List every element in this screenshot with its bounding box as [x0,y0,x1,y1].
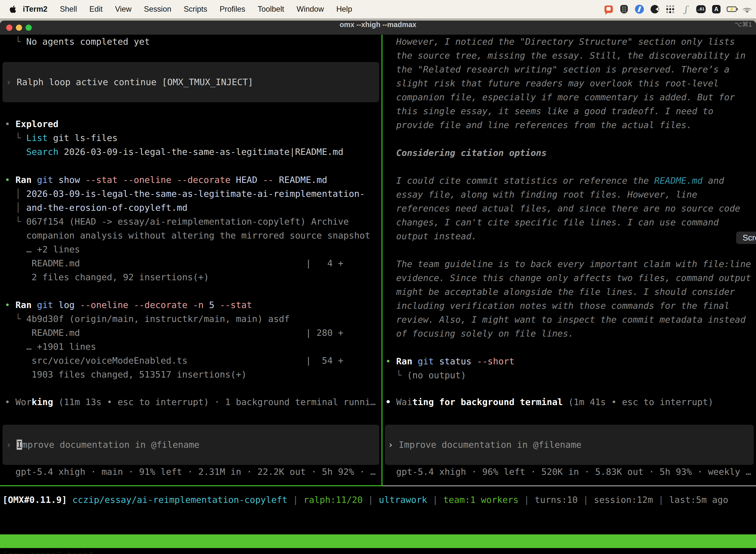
wifi-icon[interactable] [742,4,752,14]
iterm2-window: omx --xhigh --madmax ⌥⌘1 └ No agents com… [0,20,756,554]
git-log-stat-readme: README.md | 280 + [5,326,381,340]
title-bar[interactable]: omx --xhigh --madmax ⌥⌘1 [0,20,756,35]
omx-status-line: [OMX#0.11.9] cczip/essay/ai-reimplementa… [2,493,728,507]
menu-item-toolbelt[interactable]: Toolbelt [252,5,291,14]
right-agent-pane[interactable]: However, I noticed the "Directory Struct… [382,35,756,485]
left-agent-pane[interactable]: └ No agents completed yet › Ralph loop a… [0,35,381,485]
reasoning-para2-line5: output instead. [385,229,756,243]
tmux-session-window-label: [omx-cczip0:bash* [2,548,94,554]
reasoning-para2-line3: references need actual files, and since … [385,202,756,215]
reasoning-para1-line3: the "Related research writing" section i… [385,63,756,76]
git-show-more-lines: … +2 lines [5,242,381,257]
explored-list-line: └ List git ls-files [5,131,381,145]
screen-overlay-button[interactable]: Scre [736,232,756,244]
right-prompt-input[interactable]: › Improve documentation in @filename [385,425,754,465]
explored-search-line: Search 2026-03-09-is-legal-the-same-as-l… [5,145,381,159]
reasoning-para3-line4: including verification notes with those … [385,299,756,313]
ralph-loop-prompt: › Ralph loop active continue [OMX_TMUX_I… [6,75,379,89]
left-no-agents-line: └ No agents completed yet [5,35,381,49]
waiting-status-line: • Waiting for background terminal (1m 41… [385,395,756,409]
working-status-line: • Working (11m 13s • esc to interrupt) ·… [5,395,381,409]
reasoning-para1-line2: the source tree, missing the essay. Stil… [385,49,756,63]
battery-icon[interactable]: ⚡ [727,4,737,14]
reasoning-para3-line2: evidence. Since this change only affects… [385,271,756,285]
ran-git-show-command: • Ran git show --stat --oneline --decora… [5,173,381,187]
git-status-no-output: └ (no output) [385,368,756,382]
git-log-stat-summary: 1903 files changed, 513517 insertions(+) [5,368,381,382]
notch-circle-icon[interactable] [650,4,660,14]
window-shortcut-badge: ⌥⌘1 [735,20,752,28]
git-log-more-lines: … +1901 lines [5,340,381,354]
reasoning-para1-line5: companion file, especially if more comme… [385,90,756,104]
menu-item-help[interactable]: Help [330,5,359,14]
git-show-stat-summary: 2 files changed, 92 insertions(+) [5,270,381,284]
reasoning-para3-line5: review. Also, I might want to inspect th… [385,313,756,327]
apple-menu[interactable] [0,5,23,13]
menu-item-edit[interactable]: Edit [83,5,109,14]
ran-git-status-command: • Ran git status --short [385,354,756,368]
git-show-stat-readme: README.md | 4 + [5,257,381,270]
hook-icon[interactable]: ʃ [681,4,691,14]
reasoning-para1-line1: However, I noticed the "Directory Struct… [385,35,756,49]
git-log-stat-voice: src/voice/voiceModeEnabled.ts | 54 + [5,354,381,368]
reasoning-para2-line2: essay file, along with finding root file… [385,188,756,202]
ralph-loop-input-box[interactable]: › Ralph loop active continue [OMX_TMUX_I… [2,62,379,102]
git-log-output-commit: └ 4b9d30f (origin/main, instructkr/main,… [5,312,381,326]
menu-item-session[interactable]: Session [138,5,177,14]
reasoning-para1-line4: slight risk that future readers may over… [385,76,756,90]
menu-item-shell[interactable]: Shell [54,5,83,14]
bolt-circle-icon[interactable] [634,4,644,14]
omx-status-pane: [OMX#0.11.9] cczip/essay/ai-reimplementa… [0,486,756,535]
menu-items: iTerm2 Shell Edit View Session Scripts P… [0,5,359,14]
reasoning-para1-line6: this single essay, it seems like a good … [385,104,756,118]
git-show-output-commit: └ 067f154 (HEAD -> essay/ai-reimplementa… [5,215,381,229]
git-show-output-msg: companion analysis without altering the … [5,229,381,242]
right-model-status-line: gpt-5.4 xhigh · 96% left · 520K in · 5.8… [385,465,756,479]
text-replacement-a-icon[interactable]: A [711,4,721,14]
reasoning-para3-line6: of focusing solely on file lines. [385,327,756,340]
reasoning-para2-line4: changes, I can't cite specific file line… [385,215,756,229]
menu-bar: iTerm2 Shell Edit View Session Scripts P… [0,0,756,18]
menu-item-profiles[interactable]: Profiles [213,5,251,14]
reasoning-para2-line1: I could cite commit statistics or refere… [385,174,756,188]
menu-status-icons: ʃ ..61 A ⚡ [604,4,756,14]
shield-icon[interactable] [619,4,629,14]
menu-item-iterm2[interactable]: iTerm2 [23,5,54,14]
git-show-arg-line-2: │ and-the-erosion-of-copyleft.md [5,201,381,215]
ran-git-log-command: • Ran git log --oneline --decorate -n 5 … [5,298,381,312]
explored-header: • Explored [5,117,381,131]
menu-item-window[interactable]: Window [291,5,330,14]
dots-grid-icon[interactable] [665,4,675,14]
tmux-status-bar: [omx-cczip0:bash* "MacBook-Pro-44.local"… [0,535,756,548]
menu-item-view[interactable]: View [109,5,138,14]
left-model-status-line: gpt-5.4 xhigh · main · 91% left · 2.31M … [5,465,381,479]
reasoning-para3-line3: might be acceptable alongside the file l… [385,285,756,299]
menu-item-scripts[interactable]: Scripts [178,5,213,14]
reasoning-para3-line1: The team guideline is to back every impo… [385,257,756,271]
apple-icon [9,5,16,13]
chat-app-icon[interactable] [604,4,614,14]
battery-percent-badge-icon[interactable]: ..61 [696,4,706,14]
left-prompt-text: › Improve documentation in @filename [6,438,379,452]
reasoning-para1-line7: provide file and line references from th… [385,118,756,132]
window-title: omx --xhigh --madmax [0,20,756,29]
right-prompt-text: › Improve documentation in @filename [388,438,754,452]
git-show-arg-line-1: │ 2026-03-09-is-legal-the-same-as-legiti… [5,187,381,201]
left-prompt-input[interactable]: › Improve documentation in @filename [2,425,379,465]
reasoning-heading: Considering citation options [385,146,756,160]
